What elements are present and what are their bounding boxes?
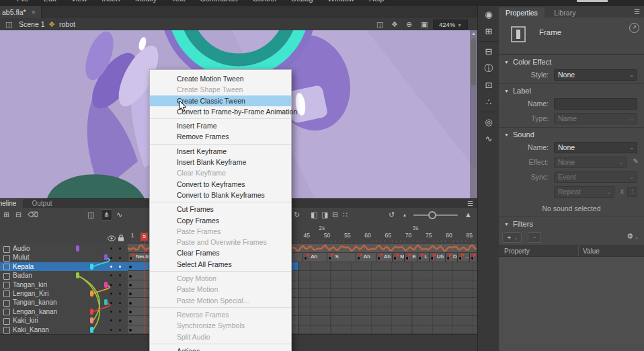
motion-editor-icon[interactable]: ∿ <box>478 130 499 147</box>
filter-options-gear-icon[interactable]: ⚙⌄ <box>627 232 639 241</box>
brush-library-icon[interactable]: ∴ <box>478 93 499 112</box>
section-sound[interactable]: ▼Sound <box>499 127 644 141</box>
edit-symbols-icon[interactable]: ❖ <box>391 18 398 30</box>
menu-item-actions[interactable]: Actions <box>150 346 291 351</box>
slider-knob[interactable] <box>428 211 436 219</box>
loop-playback-icon[interactable]: ↻ <box>294 208 300 222</box>
keyframe-cell-m-66[interactable]: M <box>392 253 405 261</box>
layer-lock-dot[interactable] <box>119 247 121 249</box>
keyframe-cell-s-50[interactable]: S <box>327 253 356 261</box>
layer-visibility-dot[interactable] <box>110 311 112 313</box>
transform-icon[interactable]: ⊡ <box>478 77 499 93</box>
parenting-view-icon[interactable]: ⋔ <box>101 209 112 221</box>
layer-lock-dot[interactable] <box>119 284 121 286</box>
layer-kaki-kanan[interactable]: Kaki_Kanan <box>0 325 128 334</box>
menu-item-convert-to-keyframes[interactable]: Convert to Keyframes <box>150 179 291 190</box>
edit-multiple-frames-icon[interactable]: ⊟ <box>332 208 338 222</box>
delete-layer-icon[interactable]: ⌫ <box>28 208 38 222</box>
layer-visibility-dot[interactable] <box>110 247 112 249</box>
menu-window[interactable]: Window <box>321 0 362 6</box>
scroll-up-icon[interactable]: ▲ <box>470 31 477 36</box>
menu-item-insert-keyframe[interactable]: Insert Keyframe <box>150 146 291 157</box>
lock-icon[interactable] <box>118 234 124 241</box>
graph-editor-icon[interactable]: ∿ <box>116 208 122 222</box>
tab-timeline[interactable]: Timeline <box>0 199 23 208</box>
color-palette-icon[interactable]: ◉ <box>478 6 499 23</box>
camera-icon[interactable]: ◫ <box>87 208 94 222</box>
menu-item-clear-frames[interactable]: Clear Frames <box>150 247 291 258</box>
scrollbar-thumb[interactable] <box>471 38 476 85</box>
breadcrumb-scene[interactable]: Scene 1 <box>19 18 45 30</box>
menu-modify[interactable]: Modify <box>128 0 164 6</box>
section-color-effect[interactable]: ▼Color Effect <box>499 54 644 69</box>
keyframe-cell-ah-57[interactable]: Ah <box>356 253 376 261</box>
sound-name-dropdown[interactable]: None⌄ <box>554 142 637 153</box>
keyframe-cell-e-69[interactable]: E <box>404 253 417 261</box>
zoom-in-frames-icon[interactable]: ▲ <box>465 208 472 222</box>
menu-debug[interactable]: Debug <box>284 0 320 6</box>
edit-sound-envelope-icon[interactable]: ✎ <box>633 157 639 165</box>
layer-tangan-kanan[interactable]: Tangan_kanan <box>0 298 128 307</box>
edit-scene-icon[interactable]: ◫ <box>376 18 383 30</box>
layer-visibility-dot[interactable] <box>110 292 112 295</box>
layer-mulut[interactable]: Mulut <box>0 253 128 262</box>
keyframe-cell-d-79[interactable]: D <box>445 253 458 261</box>
layer-lock-dot[interactable] <box>119 292 121 295</box>
layer-kaki-kiri[interactable]: Kaki_kiri <box>0 316 128 325</box>
layer-lock-dot[interactable] <box>119 302 121 304</box>
label-name-input[interactable] <box>554 98 637 110</box>
swatches-icon[interactable]: ⊞ <box>478 23 499 42</box>
layer-visibility-dot[interactable] <box>110 266 112 268</box>
center-frame-icon[interactable]: ⊕ <box>406 18 412 30</box>
menu-item-cut-frames[interactable]: Cut Frames <box>150 204 291 214</box>
keyframe-cell-uh-75[interactable]: Uh <box>429 253 446 261</box>
layer-kepala[interactable]: Kepala <box>0 262 128 271</box>
layer-visibility-dot[interactable] <box>110 329 112 331</box>
section-filters[interactable]: ▼Filters <box>499 217 644 231</box>
eye-icon[interactable] <box>108 235 116 241</box>
layer-lock-dot[interactable] <box>119 311 121 313</box>
layer-lock-dot[interactable] <box>119 266 121 268</box>
document-tab[interactable]: ab5.fla*× <box>0 6 42 18</box>
menu-commands[interactable]: Commands <box>192 0 245 6</box>
add-filter-button[interactable]: ＋⌄ <box>502 232 522 243</box>
remove-filter-button[interactable]: － <box>528 232 541 243</box>
menu-view[interactable]: View <box>64 0 95 6</box>
keyframe-cell--82[interactable]: ... <box>457 253 470 261</box>
menu-item-remove-frames[interactable]: Remove Frames <box>150 131 291 142</box>
style-dropdown[interactable]: None⌄ <box>554 69 637 81</box>
menu-edit[interactable]: Edit <box>36 0 64 6</box>
layer-lengan-kiri[interactable]: Lengan_Kiri <box>0 289 128 298</box>
layer-audio[interactable]: Audio <box>0 244 128 253</box>
tab-output[interactable]: Output <box>26 199 58 208</box>
keyframe-cell-s-85[interactable]: S <box>469 253 477 261</box>
align-icon[interactable]: ⊟ <box>478 43 499 60</box>
layer-visibility-dot[interactable] <box>110 274 112 276</box>
clip-content-icon[interactable]: ▣ <box>421 18 428 30</box>
layer-lock-dot[interactable] <box>119 329 121 331</box>
reset-timeline-zoom-icon[interactable]: ↺ <box>389 208 395 222</box>
layer-badan[interactable]: Badan <box>0 271 128 280</box>
layer-lock-dot[interactable] <box>119 257 121 259</box>
onion-skin-icon[interactable]: ◧ <box>311 208 317 222</box>
section-label[interactable]: ▼Label <box>499 83 644 98</box>
menu-item-copy-frames[interactable]: Copy Frames <box>150 215 291 226</box>
zoom-level-dropdown[interactable]: 424%▼ <box>433 20 468 30</box>
menu-control[interactable]: Control <box>245 0 284 6</box>
layer-lock-dot[interactable] <box>119 319 121 321</box>
keyframe-cell-ah-44[interactable]: Ah <box>303 253 327 261</box>
stage-vertical-scrollbar[interactable]: ▲ <box>470 30 477 198</box>
close-tab-icon[interactable]: × <box>32 9 36 16</box>
help-icon[interactable]: ↗ <box>629 23 639 33</box>
layer-visibility-dot[interactable] <box>110 319 112 321</box>
layer-visibility-dot[interactable] <box>110 284 112 286</box>
new-folder-icon[interactable]: ⊟ <box>15 208 22 222</box>
menu-item-insert-blank-keyframe[interactable]: Insert Blank Keyframe <box>150 157 291 167</box>
marker-range-icon[interactable]: ∷ <box>343 208 348 222</box>
menu-item-convert-to-blank-keyframes[interactable]: Convert to Blank Keyframes <box>150 190 291 200</box>
zoom-out-frames-icon[interactable]: ▴ <box>403 208 406 222</box>
layer-visibility-dot[interactable] <box>110 302 112 304</box>
menu-item-insert-frame[interactable]: Insert Frame <box>150 120 291 131</box>
layer-lock-dot[interactable] <box>119 274 121 276</box>
panel-menu-icon[interactable]: ☰ <box>634 6 640 17</box>
